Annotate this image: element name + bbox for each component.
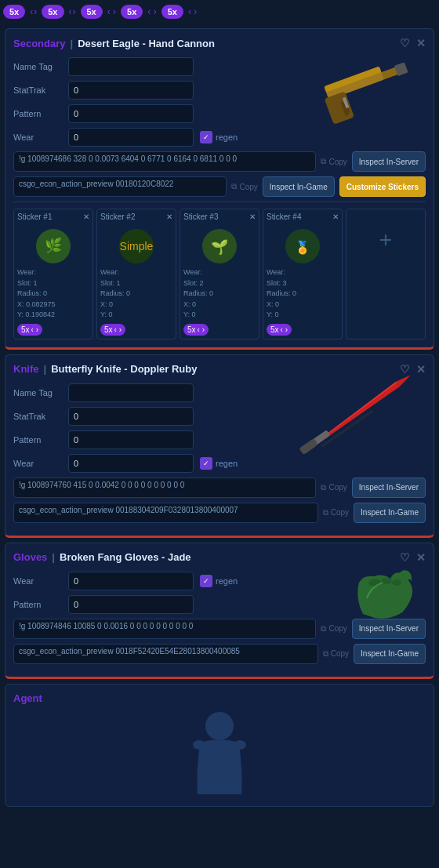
nav-prev-2[interactable]: ‹ [69, 6, 72, 17]
knife-heart-icon[interactable]: ♡ [400, 363, 410, 376]
sticker-4-label: Sticker #4 [267, 212, 301, 221]
secondary-nametag-input[interactable] [68, 57, 194, 76]
sticker-3-nav[interactable]: 5x ‹ › [183, 324, 209, 336]
nav-tab-1[interactable]: 5x [3, 5, 25, 19]
secondary-wear-input[interactable] [68, 128, 194, 147]
secondary-nametag-label: Name Tag [13, 62, 62, 71]
gloves-wear-label: Wear [13, 576, 62, 586]
knife-inspect-game-label: Inspect In-Game [361, 508, 419, 517]
sticker-1-close-icon[interactable]: ✕ [83, 212, 89, 221]
nav-arrows-3[interactable]: ‹ › [104, 6, 119, 17]
secondary-customize-label: Customize Stickers [346, 183, 419, 191]
secondary-inspect-server-button[interactable]: Inspect In-Server [352, 151, 426, 172]
knife-close-icon[interactable]: ✕ [416, 363, 426, 376]
sticker-2-nav[interactable]: 5x ‹ › [100, 324, 125, 336]
agent-card: Agent [5, 684, 434, 807]
sticker-1-card: Sticker #1 ✕ 🌿 Wear: Slot: 1 Radius: 0 X… [13, 209, 93, 340]
secondary-inspect-game-button[interactable]: Inspect In-Game [263, 176, 335, 197]
sticker-4-y: Y: 0 [267, 310, 339, 321]
sticker-5-card[interactable]: + [346, 209, 426, 340]
gloves-copy-icon: ⧉ [321, 624, 326, 634]
agent-figure [13, 712, 426, 798]
secondary-close-icon[interactable]: ✕ [416, 37, 426, 49]
gloves-pattern-input[interactable] [68, 595, 194, 614]
knife-nametag-input[interactable] [68, 383, 194, 402]
sticker-2-y: Y: 0 [100, 310, 172, 321]
sticker-3-nav-arrows: ‹ › [198, 325, 205, 334]
sticker-2-radius: Radius: 0 [100, 289, 172, 300]
knife-inspect-game-button[interactable]: Inspect In-Game [354, 503, 426, 523]
nav-arrows-2[interactable]: ‹ › [66, 6, 79, 17]
svg-marker-16 [325, 381, 398, 434]
secondary-regen-button[interactable]: ✓ regen [200, 131, 238, 143]
gloves-preview-copy-button[interactable]: ⧉ Copy [323, 649, 349, 659]
gloves-inspect-game-button[interactable]: Inspect In-Game [354, 644, 426, 664]
knife-stattrak-input[interactable] [68, 407, 194, 426]
sticker-1-nav[interactable]: 5x ‹ › [17, 324, 42, 336]
knife-card: Knife | Butterfly Knife - Doppler Ruby ♡… [5, 354, 434, 538]
sticker-3-close-icon[interactable]: ✕ [249, 212, 256, 221]
sticker-2-close-icon[interactable]: ✕ [166, 212, 172, 221]
knife-regen-button[interactable]: ✓ regen [200, 457, 238, 470]
sticker-4-nav-arrows: ‹ › [281, 325, 288, 334]
knife-wear-input[interactable] [68, 454, 194, 473]
nav-arrows-4[interactable]: ‹ › [144, 6, 159, 17]
sticker-3-wear: Wear: [183, 267, 256, 278]
knife-copy-button[interactable]: ⧉ Copy [321, 483, 346, 492]
secondary-pattern-input[interactable] [68, 104, 194, 123]
nav-tab-3[interactable]: 5x [81, 5, 103, 19]
knife-wear-label: Wear [13, 459, 62, 468]
nav-next-1[interactable]: › [34, 6, 37, 17]
nav-tab-4-label: 5x [127, 7, 136, 16]
sticker-1-label: Sticker #1 [17, 212, 52, 221]
gloves-close-icon[interactable]: ✕ [416, 551, 426, 564]
knife-inspect-server-button[interactable]: Inspect In-Server [352, 478, 426, 498]
sticker-4-x: X: 0 [267, 300, 339, 311]
sticker-3-nav-label: 5x [187, 325, 196, 334]
knife-preview-copy-button[interactable]: ⧉ Copy [323, 508, 349, 518]
knife-pattern-input[interactable] [68, 430, 194, 449]
secondary-stattrak-label: StatTrak [13, 85, 62, 95]
nav-prev-4[interactable]: ‹ › [147, 6, 156, 17]
gloves-wear-input[interactable] [68, 572, 194, 590]
gloves-copy-button[interactable]: ⧉ Copy [321, 624, 346, 634]
sticker-5-add-icon[interactable]: + [350, 212, 422, 267]
sticker-1-nav-label: 5x [21, 325, 30, 334]
knife-weapon-image [292, 375, 426, 461]
knife-preview-code: csgo_econ_action_preview 00188304209F032… [13, 503, 318, 523]
secondary-inspect-server-label: Inspect In-Server [359, 158, 419, 166]
nav-tab-2[interactable]: 5x [42, 5, 63, 19]
nav-next-2[interactable]: › [73, 6, 76, 17]
sticker-1-y: Y: 0.190842 [17, 310, 89, 321]
svg-point-24 [392, 579, 401, 586]
sticker-3-header: Sticker #3 ✕ [183, 212, 256, 221]
sticker-4-nav[interactable]: 5x ‹ › [267, 324, 292, 336]
nav-prev-3[interactable]: ‹ › [107, 6, 116, 17]
gloves-inspect-game-label: Inspect In-Game [361, 649, 419, 658]
secondary-heart-icon[interactable]: ♡ [400, 37, 410, 49]
gloves-title: Broken Fang Gloves - Jade [60, 551, 191, 563]
sticker-2-wear: Wear: [100, 267, 172, 278]
sticker-1-header: Sticker #1 ✕ [17, 212, 89, 221]
nav-arrows-5[interactable]: ‹ › [185, 6, 200, 17]
secondary-copy-button[interactable]: ⧉ Copy [321, 157, 346, 166]
nav-arrows-1[interactable]: ‹ › [27, 6, 40, 17]
secondary-customize-stickers-button[interactable]: Customize Stickers [339, 176, 426, 197]
nav-tab-4[interactable]: 5x [121, 5, 143, 19]
sticker-2-nav-arrows: ‹ › [114, 325, 122, 334]
secondary-stattrak-input[interactable] [68, 81, 194, 100]
nav-prev-5[interactable]: ‹ › [188, 6, 197, 17]
svg-text:🏅: 🏅 [295, 240, 310, 255]
nav-prev-1[interactable]: ‹ [30, 6, 33, 17]
secondary-separator: | [70, 38, 73, 49]
svg-point-26 [193, 740, 205, 750]
gloves-image [347, 567, 426, 622]
secondary-preview-copy-button[interactable]: ⧉ Copy [231, 182, 257, 191]
gloves-regen-button[interactable]: ✓ regen [200, 575, 238, 587]
svg-marker-15 [396, 375, 412, 387]
svg-text:🌱: 🌱 [211, 238, 229, 256]
gloves-heart-icon[interactable]: ♡ [400, 551, 410, 564]
nav-tab-5[interactable]: 5x [161, 5, 183, 19]
sticker-4-close-icon[interactable]: ✕ [332, 212, 339, 221]
secondary-title: Desert Eagle - Hand Cannon [78, 38, 215, 49]
